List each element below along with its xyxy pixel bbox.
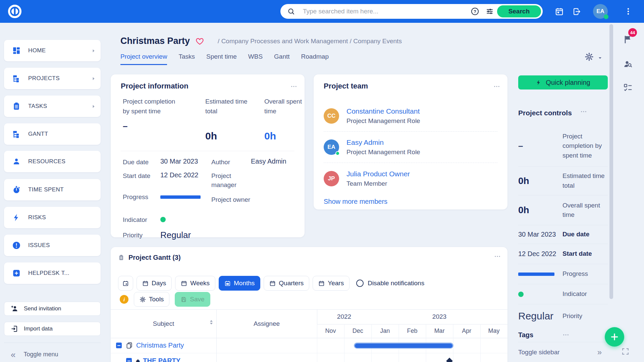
gantt-row-link[interactable]: Christmas Party — [136, 342, 184, 349]
global-search: ? Search — [280, 4, 543, 19]
sidebar-item-resources[interactable]: RESOURCES — [4, 151, 101, 172]
zoom-days-button[interactable]: Days — [137, 276, 172, 291]
member-name-link[interactable]: Constantine Consultant — [346, 107, 420, 115]
zoom-years-button[interactable]: Years — [313, 276, 350, 291]
save-button[interactable]: Save — [175, 292, 210, 307]
subject-header-label: Subject — [153, 320, 174, 327]
month-label: Jan — [371, 324, 398, 338]
zoom-days-label: Days — [152, 280, 166, 287]
progress-bar — [518, 273, 554, 276]
info-icon[interactable]: i — [120, 295, 128, 304]
date-picker-button[interactable] — [118, 276, 133, 291]
panel-stat-row: 12 Dec 2022 Start date — [518, 244, 608, 264]
breadcrumb[interactable]: / Company Processes and Work Management … — [218, 38, 402, 45]
project-owner-label: Project owner — [211, 195, 251, 204]
sidebar-item-time-spent[interactable]: TIME SPENT — [4, 179, 101, 200]
member-name-link[interactable]: Julia Product Owner — [346, 170, 410, 178]
quick-planning-button[interactable]: Quick planning — [518, 75, 608, 89]
search-icon — [287, 7, 295, 15]
card-menu-icon[interactable] — [290, 83, 297, 90]
tab-wbs[interactable]: WBS — [248, 53, 263, 65]
toggle-menu-button[interactable]: « Toggle menu — [4, 347, 101, 362]
projects-tree-icon — [12, 74, 21, 83]
exclamation-circle-icon — [12, 241, 21, 250]
author-value: Easy Admin — [251, 158, 286, 167]
vertical-scrollbar[interactable] — [609, 24, 613, 299]
show-more-members-link[interactable]: Show more members — [324, 198, 387, 205]
person-icon — [12, 157, 21, 166]
tab-gantt[interactable]: Gantt — [274, 53, 289, 65]
avatar-initials: CC — [327, 113, 336, 119]
search-filters-icon[interactable] — [485, 7, 494, 16]
card-menu-icon[interactable] — [494, 253, 501, 260]
avatar[interactable]: EA — [324, 139, 339, 155]
project-team-title: Project team — [324, 82, 368, 90]
logout-icon[interactable] — [572, 7, 581, 16]
collapse-icon[interactable] — [126, 358, 132, 362]
stat-label: Overall spent time — [562, 201, 608, 220]
info-fields-right: Author Easy Admin Project manager Projec… — [211, 158, 299, 204]
sidebar-item-risks[interactable]: RISKS — [4, 207, 101, 228]
app-logo-icon[interactable] — [7, 3, 23, 19]
month-label: Feb — [398, 324, 426, 338]
page-settings-caret-icon[interactable] — [597, 55, 603, 61]
subject-column-header[interactable]: Subject — [111, 309, 216, 338]
assignee-column-header[interactable]: Assignee — [216, 309, 317, 338]
zoom-months-label: Months — [234, 280, 255, 287]
page-settings-gear-icon[interactable] — [585, 52, 594, 61]
tab-roadmap[interactable]: Roadmap — [301, 53, 329, 65]
gantt-bar-christmas-party[interactable] — [354, 343, 453, 349]
sidebar-item-issues[interactable]: ISSUES — [4, 235, 101, 256]
zoom-quarters-button[interactable]: Quarters — [264, 276, 309, 291]
stat-value: 0h — [205, 130, 259, 142]
avatar[interactable]: JP — [324, 171, 339, 186]
member-name-link[interactable]: Easy Admin — [346, 138, 420, 146]
panel-stat-row: 0h Estimated time total — [518, 167, 608, 195]
team-member-list: CC Constantine Consultant Project Manage… — [324, 101, 497, 194]
send-invitation-button[interactable]: Send invitation — [4, 302, 101, 316]
gantt-row-link[interactable]: THE PARTY — [143, 357, 180, 362]
sidebar-item-projects[interactable]: PROJECTS — [4, 68, 101, 89]
person-search-icon[interactable] — [623, 59, 633, 69]
add-button[interactable] — [605, 327, 624, 347]
svg-text:?: ? — [474, 9, 476, 14]
sidebar-item-tasks[interactable]: TASKS — [4, 96, 101, 117]
month-label: May — [480, 324, 507, 338]
help-icon[interactable]: ? — [471, 7, 479, 16]
fullscreen-icon[interactable] — [621, 347, 630, 356]
user-avatar[interactable]: EA — [593, 4, 608, 19]
sidebar-item-label: RISKS — [28, 214, 96, 221]
more-menu-icon[interactable] — [624, 7, 633, 16]
disable-notifications-radio[interactable] — [356, 280, 364, 287]
tab-project-overview[interactable]: Project overview — [120, 53, 167, 65]
calendar-icon[interactable] — [555, 7, 564, 16]
tags-menu-icon[interactable] — [562, 331, 608, 338]
zoom-weeks-label: Weeks — [190, 280, 210, 287]
favorite-heart-icon[interactable] — [195, 37, 204, 46]
avatar[interactable]: CC — [324, 108, 339, 124]
import-data-button[interactable]: Import data — [4, 322, 101, 336]
progress-label: Progress — [123, 192, 160, 202]
zoom-months-button[interactable]: Months — [219, 276, 260, 291]
checklist-icon[interactable] — [623, 82, 633, 93]
tab-spent-time[interactable]: Spent time — [206, 53, 237, 65]
tools-button[interactable]: Tools — [134, 292, 169, 307]
panel-menu-icon[interactable] — [580, 108, 587, 115]
collapse-icon[interactable] — [116, 343, 122, 348]
sort-icon[interactable] — [210, 320, 213, 324]
toggle-sidebar-row[interactable]: Toggle sidebar » — [518, 342, 608, 362]
month-label: Nov — [317, 324, 344, 338]
page-header: Christmas Party / Company Processes and … — [120, 36, 402, 46]
sidebar-item-helpdesk[interactable]: HELPDESK T... — [4, 262, 101, 284]
stat-label: Estimated time total — [205, 97, 259, 116]
priority-value: Regular — [518, 310, 562, 322]
card-menu-icon[interactable] — [493, 83, 500, 90]
tab-tasks[interactable]: Tasks — [178, 53, 195, 65]
year-label: 2022 — [317, 309, 371, 324]
sidebar-item-home[interactable]: HOME — [4, 40, 101, 61]
search-input[interactable] — [303, 8, 468, 15]
zoom-weeks-button[interactable]: Weeks — [175, 276, 215, 291]
search-button[interactable]: Search — [497, 5, 541, 17]
sidebar-item-gantt[interactable]: GANTT — [4, 123, 101, 145]
project-icon — [126, 342, 133, 349]
